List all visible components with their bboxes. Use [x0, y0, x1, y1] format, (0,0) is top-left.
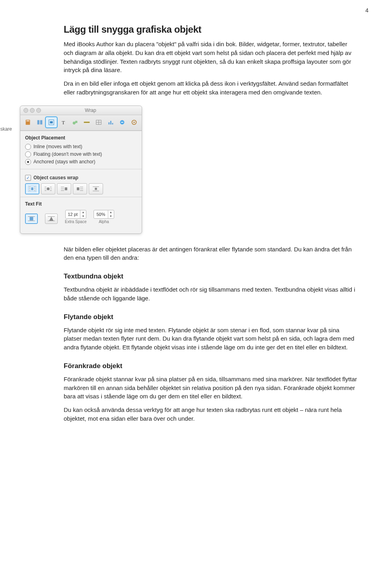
- window-titlebar: Wrap: [20, 106, 142, 115]
- extra-space-stepper[interactable]: 12 pt ▲▼: [65, 210, 86, 219]
- radio-inline-label: Inline (moves with text): [33, 144, 82, 149]
- heading-main: Lägg till snygga grafiska objekt: [64, 24, 358, 35]
- chevron-up-icon[interactable]: ▲: [108, 210, 114, 214]
- causes-wrap-label: Object causes wrap: [33, 175, 78, 180]
- wrap-top-bottom-button[interactable]: [89, 183, 103, 194]
- svg-point-7: [72, 122, 75, 124]
- wrap-both-sides-button[interactable]: [25, 183, 39, 194]
- window-close-button[interactable]: [23, 108, 28, 113]
- tab-document-icon[interactable]: [22, 117, 34, 128]
- radio-floating-label: Floating (doesn't move with text): [33, 151, 102, 157]
- checkbox-icon: ✓: [25, 175, 31, 181]
- chevron-down-icon[interactable]: ▼: [80, 214, 86, 218]
- tab-metrics-icon[interactable]: [81, 117, 93, 128]
- subheading-textbound: Textbundna objekt: [64, 272, 358, 280]
- tab-wrap-icon[interactable]: [45, 117, 57, 128]
- radio-icon: [25, 144, 31, 150]
- subheading-floating: Flytande objekt: [64, 313, 358, 321]
- wrap-shape-button[interactable]: [41, 183, 55, 194]
- paragraph-anchored: Förankrade objekt stannar kvar på sina p…: [64, 375, 358, 401]
- svg-rect-43: [95, 188, 97, 190]
- fit-contour-button[interactable]: [45, 214, 58, 224]
- chevron-up-icon[interactable]: ▲: [80, 210, 86, 214]
- checkbox-causes-wrap[interactable]: ✓ Object causes wrap: [25, 175, 137, 181]
- svg-rect-21: [31, 187, 33, 190]
- paragraph-floating: Flytande objekt rör sig inte med texten.…: [64, 326, 358, 352]
- final-paragraph: Du kan också använda dessa verktyg för a…: [64, 406, 358, 423]
- svg-rect-39: [77, 187, 79, 190]
- tab-table-icon[interactable]: [93, 117, 105, 128]
- svg-rect-8: [75, 121, 77, 123]
- tab-text-icon[interactable]: T: [57, 117, 69, 128]
- subheading-anchored: Förankrade objekt: [64, 362, 358, 370]
- tab-layout-icon[interactable]: [34, 117, 46, 128]
- wrap-right-button[interactable]: [73, 183, 87, 194]
- svg-rect-16: [112, 123, 113, 124]
- extra-space-value: 12 pt: [66, 212, 80, 217]
- tab-graphic-icon[interactable]: [69, 117, 81, 128]
- radio-floating[interactable]: Floating (doesn't move with text): [25, 151, 137, 157]
- page-number: 4: [365, 7, 368, 14]
- svg-rect-3: [40, 120, 42, 124]
- svg-text:T: T: [62, 120, 65, 125]
- tab-link-icon[interactable]: [117, 117, 129, 128]
- window-zoom-button[interactable]: [36, 108, 41, 113]
- svg-rect-14: [108, 122, 109, 124]
- svg-rect-46: [30, 217, 33, 220]
- radio-icon: [25, 151, 31, 157]
- callout-wrap-inspector: Radbrytningsgranskare: [0, 106, 20, 132]
- alpha-label: Alpha: [99, 220, 109, 224]
- alpha-stepper[interactable]: 50% ▲▼: [94, 210, 114, 219]
- intro-paragraph-2: Dra in en bild eller infoga ett objekt g…: [64, 79, 358, 97]
- inspector-tabbar: T: [20, 115, 142, 131]
- svg-rect-5: [50, 121, 53, 123]
- radio-icon: [25, 159, 31, 165]
- window-minimize-button[interactable]: [30, 108, 35, 113]
- tab-chart-icon[interactable]: [105, 117, 117, 128]
- radio-inline[interactable]: Inline (moves with text): [25, 144, 137, 150]
- object-placement-heading: Object Placement: [25, 135, 137, 141]
- wrap-inspector-panel: Wrap T Object Placement Inline (moves wi…: [20, 106, 142, 234]
- paragraph-textbound: Textbundna objekt är inbäddade i textflö…: [64, 285, 358, 303]
- after-figure-paragraph: När bilden eller objektet placeras är de…: [64, 245, 358, 263]
- wrap-left-button[interactable]: [57, 183, 71, 194]
- radio-anchored[interactable]: Anchored (stays with anchor): [25, 159, 137, 165]
- window-title: Wrap: [43, 108, 138, 113]
- intro-paragraph-1: Med iBooks Author kan du placera "objekt…: [64, 40, 358, 74]
- svg-rect-2: [37, 120, 39, 124]
- svg-point-28: [47, 187, 49, 190]
- svg-rect-35: [65, 187, 67, 190]
- svg-point-19: [133, 122, 135, 123]
- extra-space-label: Extra Space: [65, 220, 86, 224]
- fit-rect-button[interactable]: [25, 214, 38, 224]
- tab-quicktime-icon[interactable]: [128, 117, 140, 128]
- svg-rect-1: [26, 120, 29, 121]
- alpha-value: 50%: [94, 212, 107, 217]
- text-fit-heading: Text Fit: [25, 201, 137, 207]
- radio-anchored-label: Anchored (stays with anchor): [33, 159, 95, 165]
- svg-rect-15: [110, 121, 111, 124]
- svg-marker-49: [49, 216, 54, 221]
- chevron-down-icon[interactable]: ▼: [108, 214, 114, 218]
